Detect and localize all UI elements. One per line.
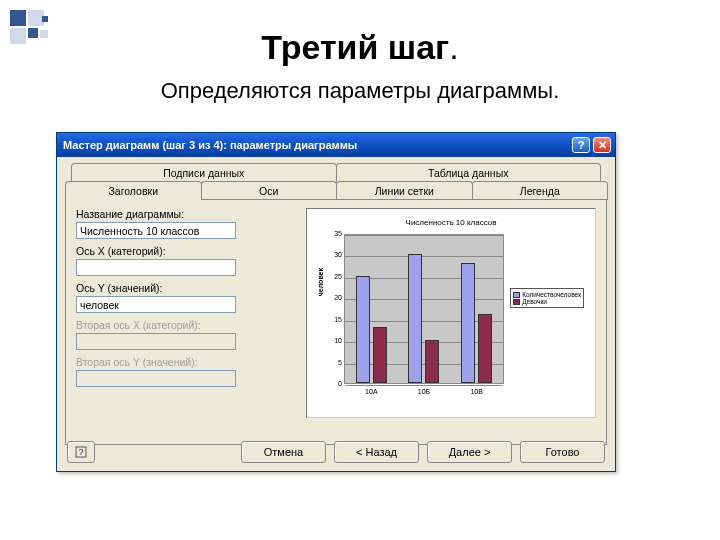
tab-axes[interactable]: Оси — [201, 181, 338, 200]
axis-x2-input — [76, 333, 236, 350]
axis-x2-label: Вторая ось X (категорий): — [76, 319, 296, 331]
slide-subtitle: Определяются параметры диаграммы. — [0, 78, 720, 104]
chart-xtick: 10А — [349, 388, 393, 395]
chart-ytick: 20 — [330, 294, 342, 301]
dialog-window: Мастер диаграмм (шаг 3 из 4): параметры … — [56, 132, 616, 472]
axis-y2-input — [76, 370, 236, 387]
chart-ylabel: человек — [317, 268, 324, 296]
chart-xtick: 10Б — [402, 388, 446, 395]
chart-ytick: 35 — [330, 230, 342, 237]
chart-title-label: Название диаграммы: — [76, 208, 296, 220]
chart-bar — [478, 314, 492, 383]
chart-bar — [408, 254, 422, 383]
chart-ytick: 15 — [330, 316, 342, 323]
tab-data-table[interactable]: Таблица данных — [336, 163, 602, 182]
axis-x-input[interactable] — [76, 259, 236, 276]
close-icon[interactable]: ✕ — [593, 137, 611, 153]
slide-title: Третий шаг. — [0, 28, 720, 67]
tab-gridlines[interactable]: Линии сетки — [336, 181, 473, 200]
finish-button[interactable]: Готово — [520, 441, 605, 463]
svg-text:?: ? — [78, 447, 83, 457]
help-icon[interactable]: ? — [572, 137, 590, 153]
tab-legend[interactable]: Легенда — [472, 181, 609, 200]
chart-ytick: 25 — [330, 273, 342, 280]
chart-ytick: 5 — [330, 359, 342, 366]
chart-bar — [356, 276, 370, 383]
chart-bar — [425, 340, 439, 383]
chart-preview: Численность 10 классовчеловек10А10Б10В05… — [306, 208, 596, 418]
next-button[interactable]: Далее > — [427, 441, 512, 463]
help-button[interactable]: ? — [67, 441, 95, 463]
chart-xtick: 10В — [455, 388, 499, 395]
chart-bar-group: 10А — [349, 233, 393, 383]
chart-bar-group: 10Б — [402, 233, 446, 383]
back-button[interactable]: < Назад — [334, 441, 419, 463]
chart-bar-group: 10В — [455, 233, 499, 383]
axis-y2-label: Вторая ось Y (значений): — [76, 356, 296, 368]
titlebar[interactable]: Мастер диаграмм (шаг 3 из 4): параметры … — [57, 133, 615, 157]
chart-plot: 10А10Б10В — [344, 234, 504, 384]
titlebar-title: Мастер диаграмм (шаг 3 из 4): параметры … — [63, 139, 568, 151]
tab-data-labels[interactable]: Подписи данных — [71, 163, 337, 182]
tab-titles[interactable]: Заголовки — [65, 181, 202, 200]
chart-ytick: 0 — [330, 380, 342, 387]
cancel-button[interactable]: Отмена — [241, 441, 326, 463]
tab-panel: Название диаграммы: Ось X (категорий): О… — [65, 199, 607, 445]
chart-ytick: 10 — [330, 337, 342, 344]
chart-title-input[interactable] — [76, 222, 236, 239]
axis-y-label: Ось Y (значений): — [76, 282, 296, 294]
chart-title: Численность 10 классов — [316, 218, 586, 227]
chart-bar — [461, 263, 475, 383]
chart-bar — [373, 327, 387, 383]
axis-y-input[interactable] — [76, 296, 236, 313]
chart-legend: КоличествочеловекДевочки — [510, 288, 584, 308]
axis-x-label: Ось X (категорий): — [76, 245, 296, 257]
chart-ytick: 30 — [330, 251, 342, 258]
